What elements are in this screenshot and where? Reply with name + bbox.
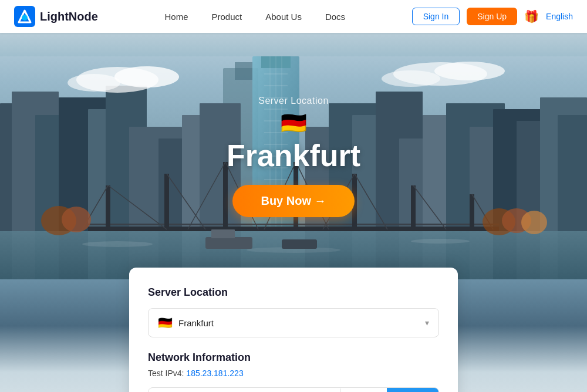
hero-city: Frankfurt [227, 138, 360, 173]
svg-rect-48 [164, 174, 169, 231]
nav-docs[interactable]: Docs [325, 12, 345, 22]
logo[interactable]: LightNode [14, 6, 98, 27]
panel-wrapper: Server Location 🇩🇪 Frankfurt ▾ Network I… [0, 279, 587, 392]
test-input[interactable] [149, 388, 340, 393]
logo-icon [14, 6, 35, 27]
nav-home[interactable]: Home [164, 12, 188, 22]
hero-section: Server Location 🇩🇪 Frankfurt Buy Now → [0, 33, 587, 279]
network-info-title: Network Information [148, 352, 439, 364]
ipv4-address[interactable]: 185.23.181.223 [186, 369, 243, 378]
svg-rect-53 [470, 194, 474, 231]
nav-about[interactable]: About Us [265, 12, 302, 22]
hero-subtitle: Server Location [227, 96, 360, 106]
ipv4-info: Test IPv4: 185.23.181.223 [148, 369, 439, 378]
svg-rect-47 [106, 185, 110, 231]
location-flag: 🇩🇪 [158, 316, 173, 330]
hero-content: Server Location 🇩🇪 Frankfurt Buy Now → [227, 96, 360, 217]
language-selector[interactable]: English [546, 12, 573, 21]
svg-rect-70 [211, 229, 235, 238]
svg-point-79 [68, 74, 120, 92]
signin-button[interactable]: Sign In [412, 8, 460, 25]
nav-links: Home Product About Us Docs [164, 12, 345, 22]
server-location-title: Server Location [148, 286, 439, 299]
chevron-down-icon: ▾ [425, 318, 429, 327]
buy-now-button[interactable]: Buy Now → [232, 185, 354, 217]
svg-rect-5 [235, 62, 252, 80]
svg-point-68 [411, 239, 470, 244]
server-panel: Server Location 🇩🇪 Frankfurt ▾ Network I… [129, 268, 458, 392]
svg-rect-71 [282, 239, 317, 249]
navbar-actions: Sign In Sign Up 🎁 English [412, 8, 573, 25]
ipv4-label: Test IPv4: [148, 369, 184, 378]
svg-rect-52 [411, 185, 416, 231]
navbar: LightNode Home Product About Us Docs Sig… [0, 0, 587, 33]
test-button[interactable]: Test [387, 388, 438, 392]
svg-point-2 [22, 15, 28, 21]
gift-icon[interactable]: 🎁 [524, 9, 539, 23]
svg-point-76 [521, 211, 547, 234]
svg-rect-69 [205, 237, 252, 249]
hero-flag: 🇩🇪 [227, 111, 360, 136]
location-dropdown[interactable]: 🇩🇪 Frankfurt ▾ [148, 308, 439, 337]
test-row: ping ▾ Test [148, 387, 439, 392]
location-name: Frankfurt [178, 318, 214, 328]
svg-point-66 [82, 241, 153, 247]
svg-point-73 [62, 207, 91, 232]
svg-point-78 [114, 66, 179, 87]
test-type-selector[interactable]: ping ▾ [340, 388, 387, 392]
svg-point-82 [382, 70, 440, 87]
signup-button[interactable]: Sign Up [467, 8, 517, 25]
brand-name: LightNode [40, 10, 98, 23]
nav-product[interactable]: Product [211, 12, 242, 22]
svg-point-81 [434, 62, 505, 80]
